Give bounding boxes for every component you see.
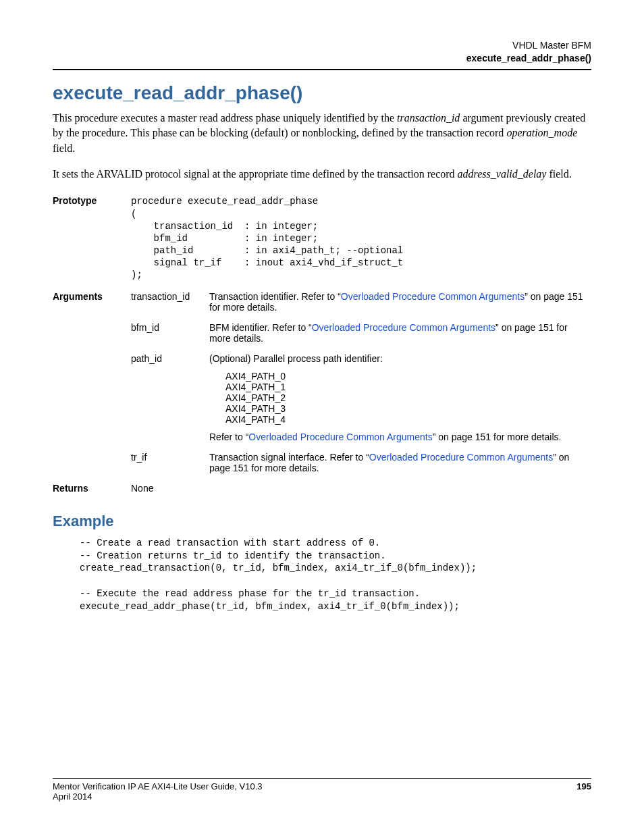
header-line1: VHDL Master BFM (512, 40, 591, 51)
link-overloaded-args[interactable]: Overloaded Procedure Common Arguments (341, 291, 525, 302)
prototype-code: procedure execute_read_addr_phase ( tran… (131, 195, 587, 281)
intro-paragraph-1: This procedure executes a master read ad… (53, 111, 591, 156)
link-overloaded-args[interactable]: Overloaded Procedure Common Arguments (369, 452, 553, 463)
arguments-label: Arguments (53, 288, 131, 319)
header-line2: execute_read_addr_phase() (466, 53, 591, 63)
arg-desc: BFM identifier. Refer to “Overloaded Pro… (209, 319, 591, 350)
path-list: AXI4_PATH_0 AXI4_PATH_1 AXI4_PATH_2 AXI4… (209, 371, 587, 425)
arg-row-transaction-id: Arguments transaction_id Transaction ide… (53, 288, 591, 319)
arg-name: bfm_id (131, 319, 209, 350)
footer-left: Mentor Verification IP AE AXI4-Lite User… (53, 781, 262, 802)
page-title: execute_read_addr_phase() (53, 82, 591, 104)
prototype-row: Prototype procedure execute_read_addr_ph… (53, 192, 591, 288)
arg-row-tr-if: tr_if Transaction signal interface. Refe… (53, 449, 591, 480)
arg-name: transaction_id (131, 288, 209, 319)
arg-row-path-id: path_id (Optional) Parallel process path… (53, 350, 591, 449)
example-code: -- Create a read transaction with start … (80, 537, 591, 613)
footer-divider (53, 778, 591, 779)
footer-page-number: 195 (576, 781, 591, 802)
page: VHDL Master BFM execute_read_addr_phase(… (0, 0, 644, 834)
arg-desc: (Optional) Parallel process path identif… (209, 350, 591, 449)
arg-name: path_id (131, 350, 209, 449)
link-overloaded-args[interactable]: Overloaded Procedure Common Arguments (312, 322, 495, 333)
arg-desc: Transaction identifier. Refer to “Overlo… (209, 288, 591, 319)
page-header: VHDL Master BFM execute_read_addr_phase(… (53, 39, 591, 65)
intro-paragraph-2: It sets the ARVALID protocol signal at t… (53, 167, 591, 182)
returns-row: Returns None (53, 480, 591, 500)
prototype-label: Prototype (53, 192, 131, 288)
arg-desc: Transaction signal interface. Refer to “… (209, 449, 591, 480)
arg-name: tr_if (131, 449, 209, 480)
returns-label: Returns (53, 480, 131, 500)
arg-row-bfm-id: bfm_id BFM identifier. Refer to “Overloa… (53, 319, 591, 350)
header-divider (53, 69, 591, 70)
example-heading: Example (53, 513, 591, 530)
path-refer: Refer to “Overloaded Procedure Common Ar… (209, 432, 587, 442)
page-footer: Mentor Verification IP AE AXI4-Lite User… (53, 778, 591, 802)
spec-table: Prototype procedure execute_read_addr_ph… (53, 192, 591, 500)
link-overloaded-args[interactable]: Overloaded Procedure Common Arguments (248, 432, 432, 442)
returns-value: None (131, 480, 591, 500)
